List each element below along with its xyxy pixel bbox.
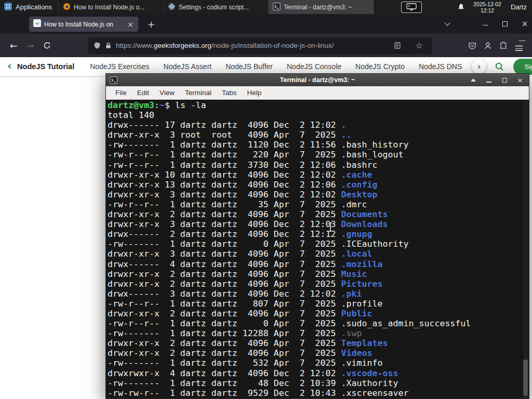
tab-title: How to Install Node.js on [44,21,123,28]
clock-time: 12:12 [473,7,501,14]
applications-icon [4,3,12,12]
extensions-icon[interactable] [496,38,511,54]
firefox-icon [63,3,71,12]
forward-button[interactable]: → [22,37,38,54]
menu-terminal[interactable]: Terminal [180,89,217,97]
menu-file[interactable]: File [110,89,132,97]
tutorial-label[interactable]: NodeJS Tutorial [17,62,74,71]
window-close-button[interactable]: × [521,20,529,28]
terminal-scrollbar-thumb[interactable] [523,360,528,396]
url-text: https://www.geeksforgeeks.org/node-js/in… [116,42,385,49]
terminal-output[interactable]: dartz@vm3:~$ ls -latotal 140drwx------ 1… [106,100,529,398]
menu-tabs[interactable]: Tabs [217,89,242,97]
notification-badge [518,41,526,42]
window-maximize-button[interactable] [501,20,509,28]
applications-label: Applications [16,3,52,11]
shade-icon [471,78,476,82]
menu-edit[interactable]: Edit [132,89,154,97]
tab-strip: ∞ How to Install Node.js on × + × [0,14,532,34]
maximize-icon [502,21,508,26]
nav-item-crypto[interactable]: NodeJS Crypto [355,62,405,71]
clock-date: 2025-12-02 [473,1,501,7]
terminal-scrollbar-track[interactable] [523,100,528,398]
reload-button[interactable] [38,37,55,54]
user-label[interactable]: Dartz [511,3,527,11]
menu-view[interactable]: View [154,89,180,97]
terminal-titlebar[interactable]: Terminal - dartz@vm3: ~ × [106,74,529,86]
back-button[interactable]: ← [5,37,22,54]
settings-gear-icon [168,3,176,12]
tab-close-button[interactable]: × [126,20,135,29]
terminal-shade-button[interactable] [470,76,477,84]
window-controls: × [481,14,529,34]
chevron-down-icon [444,20,450,25]
terminal-lines: dartz@vm3:~$ ls -latotal 140drwx------ 1… [108,100,529,398]
nav-item-console[interactable]: NodeJS Console [287,62,341,71]
nav-back-chevron-icon[interactable]: ‹ [7,59,12,72]
svg-text:∞: ∞ [35,21,39,26]
urlbar-actions: ☆ [390,38,427,54]
terminal-window: Terminal - dartz@vm3: ~ × File Edit View… [105,73,529,399]
terminal-close-button[interactable]: × [516,76,524,84]
notification-bell-icon[interactable] [457,3,465,11]
search-icon[interactable] [495,62,504,71]
minimize-icon [483,25,488,26]
url-bar[interactable]: https://www.geeksforgeeks.org/node-js/in… [88,37,432,54]
taskbar-item-label: Terminal - dartz@vm3: ~ [284,4,369,11]
taskbar-item-firefox[interactable]: How to Install Node.js o... [59,0,164,14]
nav-item-exercises[interactable]: NodeJS Exercises [90,62,149,71]
terminal-minimize-button[interactable] [485,76,493,84]
nav-item-assert[interactable]: NodeJS Assert [164,62,212,71]
bookmark-star-icon[interactable]: ☆ [411,38,427,54]
reader-view-icon[interactable] [390,38,405,54]
nav-scroll-right-button[interactable]: › [472,59,486,74]
sign-in-button[interactable]: Sign In [513,59,532,75]
terminal-window-controls: × [470,76,529,84]
nav-item-dns[interactable]: NodeJS DNS [419,62,462,71]
terminal-icon [273,3,281,12]
menu-hamburger-icon[interactable] [511,38,527,54]
new-tab-button[interactable]: + [144,17,158,31]
nav-item-buffer[interactable]: NodeJS Buffer [225,62,273,71]
window-minimize-button[interactable] [481,20,489,28]
panel-spacer [374,0,401,14]
account-icon[interactable] [480,38,496,54]
url-scheme: https://www. [116,42,154,49]
tab-list-chevron-icon[interactable] [442,21,453,29]
taskbar-item-terminal[interactable]: Terminal - dartz@vm3: ~ [269,0,374,14]
pocket-icon[interactable] [464,38,480,54]
terminal-title: Terminal - dartz@vm3: ~ [106,76,529,84]
lock-icon[interactable] [105,42,112,49]
mouse-cursor [327,222,334,234]
systray-display-icon[interactable] [401,2,422,13]
terminal-window-icon [110,76,117,84]
browser-tab[interactable]: ∞ How to Install Node.js on × [29,17,138,32]
taskbar-item-settings[interactable]: Settings - codium script... [164,0,269,14]
menu-help[interactable]: Help [242,89,267,97]
minimize-icon [486,82,491,83]
browser-toolbar: ← → https://www.geeksforgeeks.org/node-j… [0,34,532,57]
taskbar-item-label: How to Install Node.js o... [74,4,159,11]
terminal-menubar: File Edit View Terminal Tabs Help [106,86,529,100]
clock: 2025-12-02 12:12 [473,1,501,14]
url-domain: geeksforgeeks.org [154,42,211,49]
tab-favicon: ∞ [33,19,41,29]
shield-icon[interactable] [94,42,101,49]
taskbar-item-label: Settings - codium script... [179,4,264,11]
terminal-maximize-button[interactable] [501,76,508,84]
maximize-icon [502,78,507,83]
url-path: /node-js/installation-of-node-js-on-linu… [211,42,334,49]
top-panel: Applications How to Install Node.js o...… [0,0,532,14]
applications-menu-button[interactable]: Applications [0,0,58,14]
